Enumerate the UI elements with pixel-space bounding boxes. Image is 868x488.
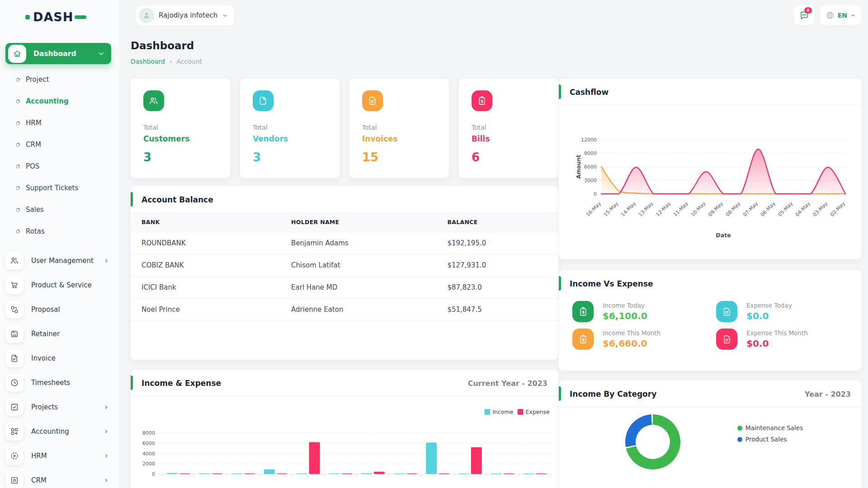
language-selector[interactable]: EN <box>820 5 862 25</box>
svg-text:14-May: 14-May <box>620 201 637 218</box>
metric-label: Expense This Month <box>746 329 808 337</box>
notifications-button[interactable]: 0 <box>793 5 815 25</box>
income-expense-card: Income & Expense Current Year - 2023 Inc… <box>131 370 558 488</box>
stats-row: TotalCustomers3TotalVendors3TotalInvoice… <box>131 79 558 178</box>
svg-text:Expense: Expense <box>526 408 550 415</box>
card-subtitle: Current Year - 2023 <box>468 379 547 388</box>
sidebar-item-timesheets[interactable]: Timesheets <box>0 371 119 395</box>
bills-icon: $ <box>472 90 492 111</box>
logo-dash <box>75 15 86 19</box>
sidebar-item-crm[interactable]: CRM <box>0 468 119 488</box>
table-row: ICICI BankEarl Hane MD$87,823.0 <box>131 277 558 299</box>
sidebar-item-accounting[interactable]: Accounting <box>0 419 119 444</box>
income-by-category-card: Income By Category Year - 2023 Maintenan… <box>559 380 862 488</box>
checksquare-icon <box>10 403 19 412</box>
breadcrumb-link-dashboard[interactable]: Dashboard <box>131 58 165 65</box>
chevron-down-icon <box>850 13 856 18</box>
chevron-right-icon <box>103 404 109 410</box>
chevron-down-icon <box>98 50 105 57</box>
sidebar-subitem-sales[interactable]: Sales <box>0 199 119 221</box>
accent-bar <box>559 84 561 99</box>
svg-text:16-May: 16-May <box>585 201 602 218</box>
metric-expense-this-month: Expense This Month$0.0 <box>716 328 851 350</box>
bullet-icon <box>15 186 20 191</box>
save-icon <box>10 329 19 338</box>
sidebar-item-projects[interactable]: Projects <box>0 395 119 419</box>
sidebar-item-invoice[interactable]: Invoice <box>0 346 119 371</box>
svg-text:$: $ <box>582 337 585 342</box>
legend-dot <box>737 426 742 431</box>
bullet-icon <box>15 164 20 169</box>
cashflow-card: Cashflow 030006000900012000Amount16-May1… <box>559 79 862 259</box>
sidebar-item-product-service[interactable]: Product & Service <box>0 273 119 297</box>
customers-icon <box>143 90 164 111</box>
sidebar-subitem-crm[interactable]: CRM <box>0 134 119 155</box>
svg-text:15-May: 15-May <box>603 201 620 218</box>
sidebar-subitem-project[interactable]: Project <box>0 69 119 90</box>
svg-text:9000: 9000 <box>584 150 597 156</box>
stat-prefix: Total <box>472 124 546 131</box>
sidebar-subitem-pos[interactable]: POS <box>0 155 119 177</box>
metric-label: Income This Month <box>603 329 660 337</box>
sidebar-subitem-accounting[interactable]: Accounting <box>0 90 119 112</box>
svg-text:3000: 3000 <box>584 178 597 183</box>
metric-value: $0.0 <box>746 310 792 321</box>
users-icon <box>10 256 19 265</box>
sidebar-item-retainer[interactable]: Retainer <box>0 322 119 346</box>
stat-card-vendors: TotalVendors3 <box>240 79 340 178</box>
invoices-icon <box>362 90 383 111</box>
card-title: Income & Expense <box>142 379 221 388</box>
svg-text:12000: 12000 <box>581 137 597 143</box>
table-row: ROUNDBANKBenjamin Adams$192,195.0 <box>131 232 558 254</box>
svg-text:10-May: 10-May <box>690 201 707 218</box>
svg-text:6000: 6000 <box>142 441 155 446</box>
sidebar-item-proposal[interactable]: Proposal <box>0 297 119 322</box>
chevron-down-icon <box>222 13 228 19</box>
filelines-icon <box>716 301 737 322</box>
svg-text:09-May: 09-May <box>707 201 724 218</box>
accent-bar <box>131 192 133 206</box>
sidebar-item-dashboard[interactable]: Dashboard <box>5 43 111 64</box>
column-header: HOLDER NAME <box>280 212 436 232</box>
cashflow-chart: 030006000900012000Amount16-May15-May14-M… <box>565 107 854 256</box>
svg-text:02-May: 02-May <box>829 201 846 218</box>
svg-text:0: 0 <box>594 191 597 197</box>
globe-icon <box>826 11 835 20</box>
svg-text:4000: 4000 <box>142 451 155 457</box>
svg-text:05-May: 05-May <box>777 201 794 218</box>
sidebar-subitem-hrm[interactable]: HRM <box>0 112 119 134</box>
sidebar-item-user-management[interactable]: User Management <box>0 249 119 273</box>
file-icon <box>10 354 19 363</box>
sidebar-item-hrm[interactable]: HRM <box>0 444 119 468</box>
accent-bar <box>131 375 133 390</box>
note-icon <box>258 96 268 106</box>
svg-text:8000: 8000 <box>142 430 155 436</box>
topbar: Rajodiya infotech 0 EN <box>120 0 868 32</box>
sidebar-subitem-support-tickets[interactable]: Support Tickets <box>0 177 119 199</box>
table-row: COBIZ BANKChisom Latifat$127,931.0 <box>131 254 558 277</box>
svg-text:12-May: 12-May <box>655 201 672 218</box>
stat-value: 6 <box>472 150 546 164</box>
income-vs-expense-card: Income Vs Expense $Income Today$6,100.0E… <box>559 270 862 371</box>
metric-income-this-month: $Income This Month$6,660.0 <box>572 328 707 350</box>
stat-label: Vendors <box>253 134 327 143</box>
svg-text:Amount: Amount <box>576 155 582 178</box>
column-header: BALANCE <box>436 212 558 232</box>
bullet-icon <box>15 99 20 104</box>
svg-text:$: $ <box>481 99 483 103</box>
cart-icon <box>10 281 19 290</box>
income-expense-chart: IncomeExpense02000400060008000 <box>131 403 558 488</box>
card-title: Income By Category <box>570 389 656 399</box>
page-title: Dashboard <box>131 40 194 52</box>
donut-chart-area: Maintenance SalesProduct Sales <box>559 407 862 423</box>
card-subtitle: Year - 2023 <box>805 390 851 399</box>
bullet-icon <box>15 229 20 234</box>
filelines-icon <box>722 334 732 344</box>
breadcrumb-separator: › <box>170 58 172 65</box>
workspace-selector[interactable]: Rajodiya infotech <box>136 5 235 26</box>
clipboard-icon: $ <box>572 328 594 350</box>
sidebar-subitem-rotas[interactable]: Rotas <box>0 221 119 242</box>
workspace-name: Rajodiya infotech <box>159 11 217 19</box>
svg-text:$: $ <box>582 310 585 314</box>
avatar <box>139 8 154 23</box>
